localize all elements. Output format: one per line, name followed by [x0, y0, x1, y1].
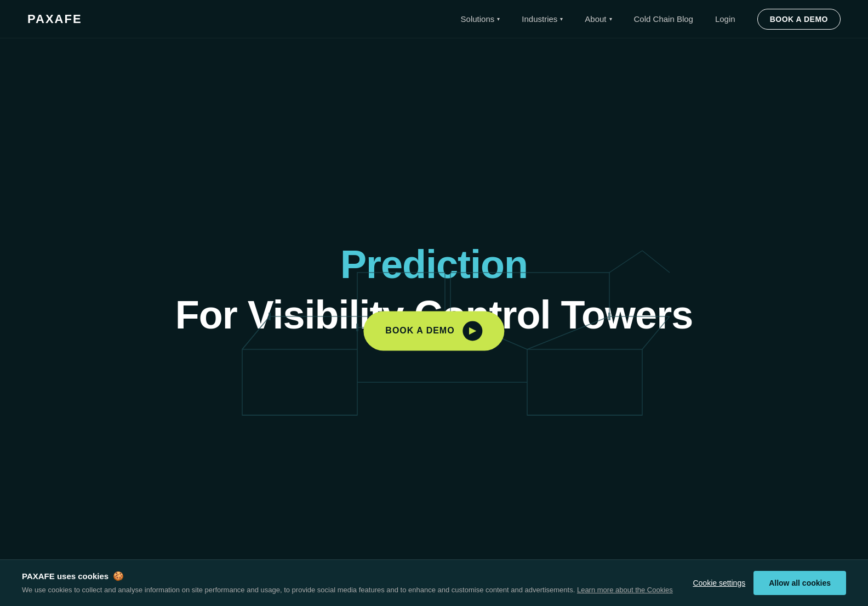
- cookie-settings-button[interactable]: Cookie settings: [693, 579, 745, 587]
- svg-rect-22: [608, 313, 610, 320]
- nav-cold-chain-blog[interactable]: Cold Chain Blog: [634, 14, 693, 24]
- cookie-title: PAXAFE uses cookies 🍪: [22, 571, 682, 581]
- svg-line-12: [642, 316, 670, 349]
- nav-links: Solutions ▾ Industries ▾ About ▾ Cold Ch…: [461, 9, 841, 30]
- cookie-actions: Cookie settings Allow all cookies: [693, 571, 846, 595]
- cookie-body: We use cookies to collect and analyse in…: [22, 585, 682, 596]
- svg-line-16: [242, 316, 270, 349]
- logo: PAXAFE: [27, 12, 82, 26]
- svg-rect-11: [527, 349, 642, 415]
- chevron-down-icon: ▾: [609, 16, 612, 22]
- chevron-down-icon: ▾: [560, 16, 563, 22]
- nav-about[interactable]: About ▾: [585, 14, 612, 24]
- svg-rect-8: [242, 349, 357, 415]
- cookie-emoji-icon: 🍪: [113, 571, 124, 581]
- nav-login[interactable]: Login: [715, 14, 735, 24]
- chevron-down-icon: ▾: [497, 16, 500, 22]
- nav-solutions[interactable]: Solutions ▾: [461, 14, 500, 24]
- hero-book-demo-button[interactable]: BOOK A DEMO ▶: [363, 311, 504, 350]
- svg-rect-20: [356, 324, 358, 331]
- cookie-banner: PAXAFE uses cookies 🍪 We use cookies to …: [0, 559, 868, 607]
- cookie-learn-more-link[interactable]: Learn more about the Cookies: [577, 586, 673, 594]
- cookie-allow-button[interactable]: Allow all cookies: [753, 571, 846, 595]
- svg-line-7: [527, 316, 609, 349]
- arrow-icon: ▶: [463, 321, 483, 341]
- svg-line-17: [609, 251, 642, 273]
- cookie-text-section: PAXAFE uses cookies 🍪 We use cookies to …: [22, 571, 682, 596]
- nav-industries[interactable]: Industries ▾: [522, 14, 563, 24]
- svg-rect-19: [269, 313, 271, 320]
- cta-label: BOOK A DEMO: [385, 326, 454, 336]
- navbar: PAXAFE Solutions ▾ Industries ▾ About ▾ …: [0, 0, 868, 38]
- svg-line-18: [642, 251, 670, 273]
- nav-book-demo-button[interactable]: BOOK A DEMO: [757, 9, 841, 30]
